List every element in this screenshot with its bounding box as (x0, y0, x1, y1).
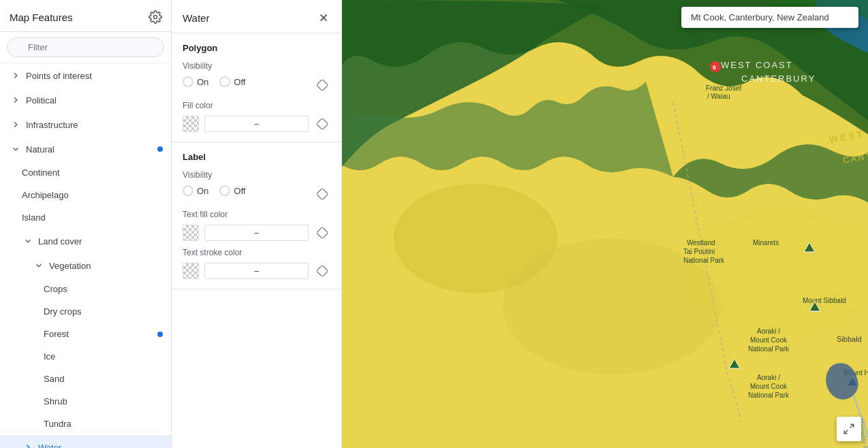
mid-panel: Water Polygon Visibility On Off Fi (172, 0, 342, 448)
label-text-stroke-value[interactable]: – (204, 263, 309, 279)
svg-rect-10 (317, 266, 328, 276)
svg-rect-9 (317, 227, 328, 238)
label-text-fill-color-row: – (183, 225, 330, 241)
sidebar-item-infrastructure[interactable]: Infrastructure (0, 112, 171, 137)
sidebar-item-tundra[interactable]: Tundra (0, 413, 171, 435)
label-visibility-diamond[interactable] (314, 186, 330, 202)
polygon-fill-color-row: – (183, 116, 330, 132)
sidebar-item-forest[interactable]: Forest (0, 323, 171, 345)
water-title: Water (183, 12, 209, 24)
chevron-right-icon (10, 69, 22, 82)
label-section-title: Label (183, 152, 330, 162)
sidebar-item-water[interactable]: Water (0, 435, 171, 448)
label-visibility-label: Visibility (183, 170, 330, 180)
sidebar-item-dry-crops[interactable]: Dry crops (0, 300, 171, 323)
polygon-fill-color-swatch[interactable] (183, 116, 199, 132)
map-features-title: Map Features (10, 12, 73, 23)
sidebar-item-label: Crops (44, 284, 67, 294)
radio-off-circle (219, 185, 230, 196)
sidebar-item-label: Shrub (44, 396, 67, 406)
sidebar-item-archipelago[interactable]: Archipelago (0, 184, 171, 206)
sidebar-item-label: Vegetation (49, 261, 91, 271)
label-radio-group: On Off (183, 185, 245, 196)
svg-point-0 (154, 16, 157, 19)
nav-list: Points of interest Political Infrastruct… (0, 63, 171, 448)
fullscreen-icon (843, 423, 855, 435)
sidebar-item-label: Sand (44, 374, 64, 384)
svg-text:Aoraki /: Aoraki / (757, 374, 780, 381)
sidebar-item-label: Natural (26, 144, 55, 155)
radio-off-circle (219, 76, 230, 87)
label-visibility-off[interactable]: Off (219, 185, 245, 196)
text-stroke-color-label: Text stroke color (183, 248, 330, 257)
sidebar-item-shrub[interactable]: Shrub (0, 390, 171, 413)
sidebar-item-political[interactable]: Political (0, 88, 171, 112)
modified-dot (157, 146, 163, 152)
polygon-visibility-on[interactable]: On (183, 76, 208, 87)
chevron-down-icon (33, 259, 45, 272)
map-canvas[interactable]: WEST COAST CANTERBURY WEST COAST CANTERB… (342, 0, 868, 448)
sidebar-item-sand[interactable]: Sand (0, 368, 171, 390)
svg-text:WEST COAST: WEST COAST (721, 60, 793, 70)
chevron-right-icon (10, 118, 22, 131)
polygon-radio-group: On Off (183, 76, 245, 87)
svg-text:Sibbald: Sibbald (837, 335, 862, 343)
sidebar-item-land-cover[interactable]: Land cover (0, 229, 171, 253)
modified-dot (157, 332, 163, 337)
svg-text:National Park: National Park (748, 345, 790, 353)
chevron-down-icon (22, 235, 34, 247)
left-header: Map Features (0, 0, 171, 32)
left-panel: Map Features Points of interest (0, 0, 172, 448)
svg-text:National Park: National Park (748, 391, 790, 399)
sidebar-item-natural[interactable]: Natural (0, 137, 171, 161)
svg-text:Mount Cook: Mount Cook (750, 336, 788, 344)
sidebar-item-ice[interactable]: Ice (0, 345, 171, 368)
sidebar-item-island[interactable]: Island (0, 206, 171, 229)
sidebar-item-label: Dry crops (44, 306, 82, 317)
svg-text:6: 6 (713, 64, 716, 71)
svg-text:Minarets: Minarets (753, 239, 779, 246)
fullscreen-button[interactable] (837, 417, 861, 441)
chevron-down-icon (10, 143, 22, 155)
sidebar-item-label: Infrastructure (26, 120, 78, 130)
label-text-stroke-color-row: – (183, 263, 330, 279)
map-search-bar[interactable]: Mt Cook, Canterbury, New Zealand (681, 7, 858, 28)
fill-color-label: Fill color (183, 101, 330, 110)
sidebar-item-label: Tundra (44, 419, 72, 429)
sidebar-item-label: Archipelago (22, 190, 69, 200)
map-panel: WEST COAST CANTERBURY WEST COAST CANTERB… (342, 0, 868, 448)
mid-header: Water (172, 0, 341, 33)
polygon-visibility-off[interactable]: Off (219, 76, 245, 87)
svg-text:CANTERBURY: CANTERBURY (741, 74, 816, 84)
off-label: Off (234, 77, 245, 87)
chevron-right-icon (22, 441, 34, 448)
label-text-stroke-diamond[interactable] (314, 263, 330, 279)
text-fill-color-label: Text fill color (183, 210, 330, 219)
polygon-visibility-diamond[interactable] (314, 77, 330, 93)
polygon-fill-color-value[interactable]: – (204, 116, 309, 132)
svg-rect-8 (317, 189, 328, 199)
label-text-fill-value[interactable]: – (204, 225, 309, 241)
label-text-stroke-swatch[interactable] (183, 263, 199, 279)
filter-input[interactable] (7, 37, 164, 57)
sidebar-item-label: Points of interest (26, 71, 92, 81)
sidebar-item-points-of-interest[interactable]: Points of interest (0, 63, 171, 88)
polygon-fill-diamond[interactable] (314, 116, 330, 132)
svg-text:/ Waiau: / Waiau (707, 93, 730, 100)
sidebar-item-label: Continent (22, 167, 60, 178)
off-label: Off (234, 186, 245, 196)
polygon-section-title: Polygon (183, 43, 330, 53)
label-text-fill-swatch[interactable] (183, 225, 199, 241)
sidebar-item-crops[interactable]: Crops (0, 278, 171, 300)
close-button[interactable] (315, 10, 332, 26)
label-visibility-on[interactable]: On (183, 185, 208, 196)
chevron-right-icon (10, 94, 22, 106)
sidebar-item-continent[interactable]: Continent (0, 161, 171, 184)
visibility-label: Visibility (183, 61, 330, 71)
sidebar-item-vegetation[interactable]: Vegetation (0, 253, 171, 278)
settings-icon[interactable] (148, 10, 163, 25)
svg-rect-6 (317, 80, 328, 91)
sidebar-item-label: Island (22, 212, 46, 223)
label-visibility-row: On Off (183, 185, 330, 203)
label-text-fill-diamond[interactable] (314, 225, 330, 241)
